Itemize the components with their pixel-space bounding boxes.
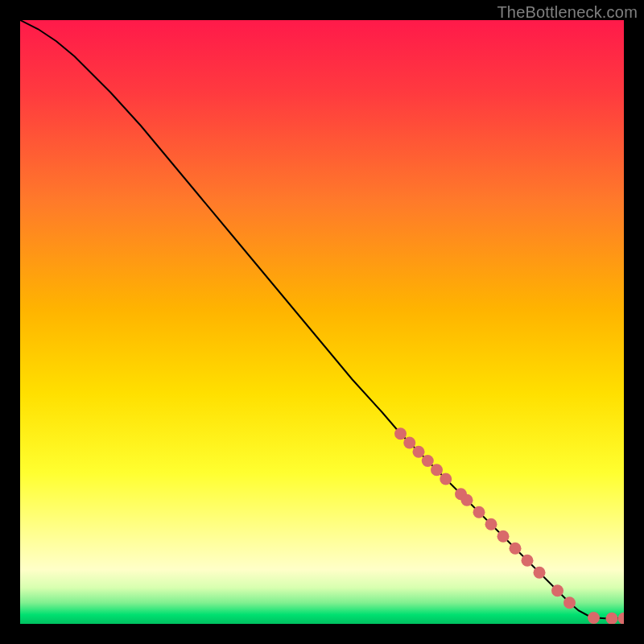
data-marker [473, 506, 485, 518]
gradient-background [20, 20, 624, 624]
data-marker [485, 518, 497, 530]
data-marker [510, 543, 522, 555]
data-marker [588, 612, 600, 624]
data-marker [413, 446, 425, 458]
plot-area [20, 20, 624, 624]
chart-frame: TheBottleneck.com [0, 0, 644, 644]
data-marker [403, 437, 415, 449]
data-marker [394, 427, 407, 440]
data-marker [422, 455, 434, 467]
data-marker [431, 464, 443, 476]
attribution-text: TheBottleneck.com [497, 3, 638, 22]
data-marker [440, 473, 452, 485]
chart-canvas [20, 20, 624, 624]
data-marker [461, 494, 473, 506]
data-marker [564, 597, 576, 609]
data-marker [522, 555, 534, 567]
data-marker [534, 567, 546, 579]
data-marker [551, 584, 564, 597]
data-marker [497, 530, 510, 543]
